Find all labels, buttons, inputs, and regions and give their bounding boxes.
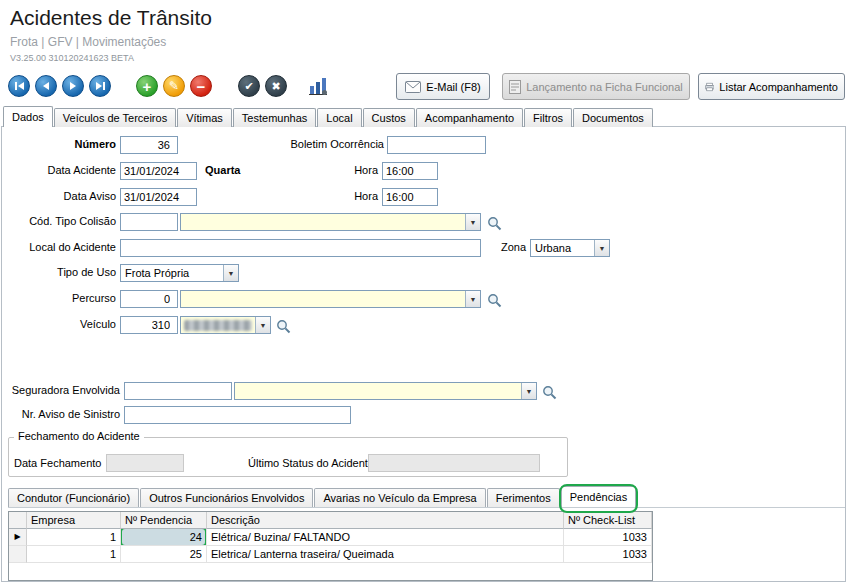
hora-aviso-input[interactable] [382, 188, 438, 206]
nr-aviso-sinistro-label: Nr. Aviso de Sinistro [2, 408, 120, 420]
cell-descricao[interactable]: Elétrica/ Buzina/ FALTANDO [207, 529, 564, 546]
acidentes-window: Acidentes de Trânsito Frota | GFV | Movi… [0, 0, 847, 583]
tab-vitimas[interactable]: Vítimas [177, 108, 232, 127]
data-acidente-input[interactable] [120, 162, 197, 180]
detail-tabstrip: Condutor (Funcionário) Outros Funcionári… [8, 486, 637, 507]
chevron-down-icon: ▼ [223, 265, 238, 281]
cell-pendencia-value: 24 [190, 531, 202, 543]
numero-input[interactable] [120, 136, 178, 154]
tab-outros-funcionarios[interactable]: Outros Funcionários Envolvidos [140, 488, 313, 507]
tab-condutor-funcionario[interactable]: Condutor (Funcionário) [8, 488, 139, 507]
hora-aviso-label: Hora [336, 190, 378, 202]
cell-pendencia[interactable]: 25 [121, 546, 207, 563]
tab-veiculos-de-terceiros[interactable]: Veículos de Terceiros [54, 108, 176, 127]
zona-label: Zona [494, 241, 526, 253]
grid-corner-cell [9, 512, 27, 529]
tab-pendencias[interactable]: Pendências [561, 486, 637, 507]
chart-button[interactable] [306, 74, 330, 98]
cell-pendencia[interactable]: 24 [121, 529, 207, 546]
tab-custos[interactable]: Custos [363, 108, 415, 127]
tipo-uso-label: Tipo de Uso [6, 266, 116, 278]
tab-acompanhamento[interactable]: Acompanhamento [416, 108, 523, 127]
col-header-pendencia[interactable]: Nº Pendencia [121, 512, 207, 529]
tab-filtros[interactable]: Filtros [524, 108, 572, 127]
percurso-combo[interactable]: ▼ [180, 290, 481, 308]
bottom-tabstrip-line [8, 507, 845, 508]
last-record-icon [96, 82, 105, 90]
next-record-button[interactable] [62, 75, 84, 97]
data-aviso-input[interactable] [120, 188, 197, 206]
nr-aviso-sinistro-input[interactable] [124, 406, 351, 424]
email-icon [405, 81, 421, 93]
seguradora-search-icon[interactable] [540, 383, 558, 401]
ultimo-status-label: Último Status do Acidente [248, 457, 374, 469]
local-acidente-input[interactable] [120, 239, 481, 257]
x-icon: ✖ [271, 80, 280, 93]
edit-button[interactable]: ✎ [163, 75, 185, 97]
table-row[interactable]: 1 25 Eletrica/ Lanterna traseira/ Queima… [9, 546, 652, 563]
tipo-colisao-combo-value [181, 214, 465, 230]
check-icon: ✔ [244, 80, 253, 93]
tipo-colisao-combo[interactable]: ▼ [180, 213, 481, 231]
tab-documentos[interactable]: Documentos [573, 108, 653, 127]
tipo-colisao-label: Cód. Tipo Colisão [6, 215, 116, 227]
cell-descricao[interactable]: Eletrica/ Lanterna traseira/ Queimada [207, 546, 564, 563]
tab-testemunhas[interactable]: Testemunhas [233, 108, 316, 127]
row-selector [9, 546, 27, 563]
zona-combo[interactable]: Urbana ▼ [530, 239, 610, 257]
confirm-button[interactable]: ✔ [238, 75, 260, 97]
prior-record-button[interactable] [35, 75, 57, 97]
cell-empresa[interactable]: 1 [27, 546, 121, 563]
col-header-empresa[interactable]: Empresa [27, 512, 121, 529]
chevron-down-icon: ▼ [465, 214, 480, 230]
email-button-label: E-Mail (F8) [426, 81, 480, 93]
percurso-label: Percurso [6, 292, 116, 304]
plus-icon: + [143, 78, 152, 95]
fechamento-legend: Fechamento do Acidente [14, 430, 144, 442]
page-title: Acidentes de Trânsito [10, 6, 212, 30]
cancel-button[interactable]: ✖ [265, 75, 287, 97]
veiculo-code-input[interactable] [120, 316, 178, 334]
col-header-checklist[interactable]: Nº Check-List [564, 512, 652, 529]
seguradora-combo[interactable]: ▼ [234, 382, 537, 400]
add-button[interactable]: + [136, 75, 158, 97]
tab-local[interactable]: Local [317, 108, 361, 127]
local-acidente-label: Local do Acidente [6, 241, 116, 253]
ultimo-status-input [368, 454, 540, 472]
row-selector: ▶ [9, 529, 27, 546]
cell-checklist[interactable]: 1033 [564, 546, 652, 563]
tab-dados[interactable]: Dados [3, 106, 53, 127]
veiculo-label: Veículo [6, 318, 116, 330]
prior-record-icon [43, 82, 49, 90]
row-selector-icon: ▶ [14, 529, 20, 545]
cell-checklist[interactable]: 1033 [564, 529, 652, 546]
percurso-search-icon[interactable] [485, 291, 503, 309]
email-button[interactable]: E-Mail (F8) [396, 73, 490, 100]
listar-acompanhamento-button[interactable]: Listar Acompanhamento [698, 73, 845, 100]
first-record-button[interactable] [8, 75, 30, 97]
delete-button[interactable]: − [190, 75, 212, 97]
table-row[interactable]: ▶ 1 24 Elétrica/ Buzina/ FALTANDO 1033 [9, 529, 652, 546]
veiculo-combo[interactable]: ▼ [180, 316, 271, 334]
col-header-descricao[interactable]: Descrição [207, 512, 564, 529]
seguradora-label: Seguradora Envolvida [2, 384, 120, 396]
chevron-down-icon: ▼ [594, 240, 609, 256]
hora-acidente-input[interactable] [382, 162, 438, 180]
tipo-uso-combo[interactable]: Frota Própria ▼ [120, 264, 239, 282]
percurso-code-input[interactable] [120, 290, 178, 308]
veiculo-search-icon[interactable] [274, 317, 292, 335]
data-aviso-label: Data Aviso [6, 190, 116, 202]
last-record-button[interactable] [89, 75, 111, 97]
numero-label: Número [6, 138, 116, 150]
main-tabstrip: Dados Veículos de Terceiros Vítimas Test… [3, 106, 654, 127]
boletim-ocorrencia-input[interactable] [387, 136, 486, 154]
tab-ferimentos[interactable]: Ferimentos [487, 488, 560, 507]
listar-acompanhamento-button-label: Listar Acompanhamento [719, 81, 838, 93]
seguradora-code-input[interactable] [124, 382, 232, 400]
tipo-colisao-search-icon[interactable] [485, 214, 503, 232]
chevron-down-icon: ▼ [465, 291, 480, 307]
cell-empresa[interactable]: 1 [27, 529, 121, 546]
tipo-colisao-code-input[interactable] [120, 213, 178, 231]
lancamento-ficha-button[interactable]: Lançamento na Ficha Funcional [502, 73, 690, 100]
tab-avarias-veiculo[interactable]: Avarias no Veículo da Empresa [314, 488, 485, 507]
